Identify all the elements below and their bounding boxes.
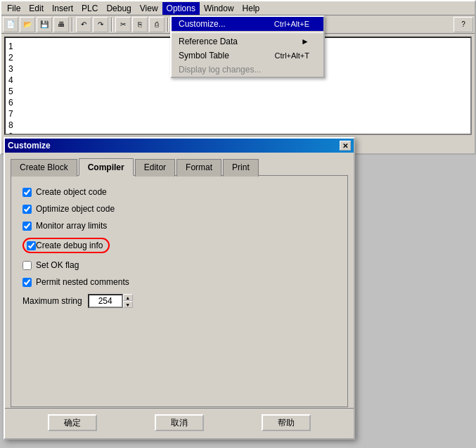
toolbar-print[interactable]: 🖶 — [53, 17, 69, 32]
toolbar-copy[interactable]: ⎘ — [132, 17, 148, 32]
checkbox-monitor-array[interactable] — [22, 222, 32, 231]
toolbar-sep3 — [167, 18, 169, 32]
toolbar-cut[interactable]: ✂ — [115, 17, 131, 32]
max-string-spinner: ▲ ▼ — [88, 294, 133, 308]
checkbox-row-permit-nested: Permit nested comments — [22, 277, 336, 287]
toolbar-new[interactable]: 📄 — [3, 17, 18, 32]
checkbox-label-optimize-object: Optimize object code — [36, 204, 115, 214]
checkbox-create-object[interactable] — [22, 188, 32, 197]
checkbox-label-create-debug: Create debug info — [36, 241, 103, 250]
dialog-titlebar: Customize ✕ — [5, 139, 354, 153]
dialog-title: Customize — [8, 141, 51, 151]
dialog-help-button[interactable]: 帮助 — [262, 414, 311, 431]
checkbox-row-create-debug: Create debug info — [22, 238, 336, 253]
dropdown-reference-data[interactable]: Reference Data ► — [172, 34, 323, 49]
checkbox-label-monitor-array: Monitor array limits — [36, 221, 107, 231]
dialog-cancel-button[interactable]: 取消 — [155, 414, 204, 431]
toolbar-undo[interactable]: ↶ — [76, 17, 91, 32]
max-string-input[interactable] — [88, 294, 123, 308]
line-numbers: 1 2 3 4 5 6 7 8 9 — [8, 41, 13, 135]
checkbox-label-permit-nested: Permit nested comments — [36, 277, 129, 287]
checkbox-row-create-object: Create object code — [22, 187, 336, 197]
tab-content-compiler: Create object code Optimize object code … — [11, 175, 348, 407]
checkbox-row-set-ok: Set OK flag — [22, 260, 336, 270]
dropdown-display-log: Display log changes... — [172, 63, 323, 77]
toolbar-redo[interactable]: ↷ — [93, 17, 108, 32]
spinner-buttons: ▲ ▼ — [123, 294, 133, 308]
max-string-row: Maximum string ▲ ▼ — [22, 294, 336, 308]
main-editor-window: File Edit Insert PLC Debug View Options … — [0, 0, 476, 155]
spinner-up-button[interactable]: ▲ — [123, 294, 133, 301]
dialog-close-button[interactable]: ✕ — [340, 141, 351, 151]
checkbox-label-create-object: Create object code — [36, 187, 107, 197]
menu-edit[interactable]: Edit — [25, 2, 48, 15]
dropdown-customize[interactable]: Customize... Ctrl+Alt+E — [172, 17, 323, 31]
dialog-button-bar: 确定 取消 帮助 — [5, 408, 354, 431]
checkbox-create-debug[interactable] — [27, 241, 36, 250]
tab-format[interactable]: Format — [176, 159, 221, 177]
dialog-content: Create Block Compiler Editor Format Prin… — [5, 153, 354, 413]
menu-bar: File Edit Insert PLC Debug View Options … — [1, 1, 475, 15]
menu-window[interactable]: Window — [200, 2, 238, 15]
debug-info-highlight: Create debug info — [22, 238, 110, 253]
checkbox-set-ok[interactable] — [22, 261, 32, 270]
tab-editor[interactable]: Editor — [135, 159, 175, 177]
toolbar-open[interactable]: 📂 — [20, 17, 35, 32]
menu-plc[interactable]: PLC — [77, 2, 102, 15]
options-dropdown-menu: Customize... Ctrl+Alt+E Reference Data ►… — [170, 15, 325, 78]
checkbox-permit-nested[interactable] — [22, 278, 32, 287]
tab-bar: Create Block Compiler Editor Format Prin… — [11, 158, 348, 176]
tab-create-block[interactable]: Create Block — [11, 159, 77, 177]
dropdown-sep1 — [172, 32, 323, 33]
tab-compiler[interactable]: Compiler — [79, 158, 134, 176]
spinner-down-button[interactable]: ▼ — [123, 301, 133, 308]
menu-insert[interactable]: Insert — [48, 2, 77, 15]
checkbox-optimize-object[interactable] — [22, 205, 32, 214]
customize-dialog: Customize ✕ Create Block Compiler Editor… — [4, 137, 355, 440]
checkbox-row-optimize-object: Optimize object code — [22, 204, 336, 214]
checkbox-row-monitor-array: Monitor array limits — [22, 221, 336, 231]
toolbar-save[interactable]: 💾 — [37, 17, 52, 32]
menu-options[interactable]: Options — [162, 2, 200, 15]
toolbar-sep1 — [72, 18, 73, 32]
checkbox-label-set-ok: Set OK flag — [36, 260, 79, 270]
menu-debug[interactable]: Debug — [102, 2, 135, 15]
dropdown-symbol-table[interactable]: Symbol Table Ctrl+Alt+T — [172, 49, 323, 63]
max-string-label: Maximum string — [22, 296, 82, 306]
menu-help[interactable]: Help — [238, 2, 264, 15]
toolbar-help[interactable]: ? — [454, 17, 473, 32]
toolbar-paste[interactable]: ⎙ — [149, 17, 165, 32]
menu-view[interactable]: View — [136, 2, 162, 15]
tab-print[interactable]: Print — [223, 159, 259, 177]
menu-file[interactable]: File — [3, 2, 25, 15]
dialog-ok-button[interactable]: 确定 — [48, 414, 97, 431]
toolbar-sep2 — [111, 18, 112, 32]
